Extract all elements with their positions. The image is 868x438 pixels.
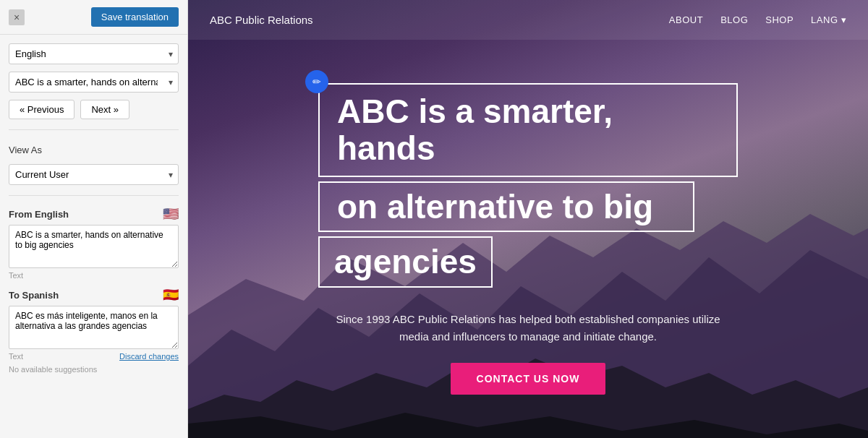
site-navigation: ABC Public Relations ABOUT BLOG SHOP LAN… bbox=[188, 0, 868, 40]
headline-line-3: agencies bbox=[334, 243, 477, 280]
save-translation-button[interactable]: Save translation bbox=[91, 7, 179, 27]
nav-lang[interactable]: LANG ▾ bbox=[811, 14, 846, 25]
from-title: From English bbox=[9, 209, 69, 220]
next-button[interactable]: Next » bbox=[80, 100, 129, 119]
to-title: To Spanish bbox=[9, 290, 59, 301]
to-flag-icon: 🇪🇸 bbox=[163, 287, 179, 303]
from-field-meta: Text bbox=[9, 271, 179, 280]
translation-panel: × Save translation English ABC is a smar… bbox=[0, 0, 188, 438]
nav-shop[interactable]: SHOP bbox=[765, 14, 793, 25]
headline-line-2: on alternative to big bbox=[337, 188, 653, 226]
to-section: To Spanish 🇪🇸 ABC es más inteligente, ma… bbox=[9, 287, 179, 374]
previous-button[interactable]: « Previous bbox=[9, 100, 75, 119]
headline-box-2: on alternative to big bbox=[318, 181, 694, 233]
view-as-label: View As bbox=[9, 145, 179, 155]
from-text-area[interactable]: ABC is a smarter, hands on alternative t… bbox=[9, 225, 179, 268]
discard-changes-link[interactable]: Discard changes bbox=[119, 352, 179, 361]
headline-box-1: ABC is a smarter, hands bbox=[318, 83, 738, 176]
nav-lang-label: LANG bbox=[811, 14, 838, 25]
chevron-down-icon: ▾ bbox=[841, 14, 847, 25]
nav-blog[interactable]: BLOG bbox=[720, 14, 748, 25]
nav-links: ABOUT BLOG SHOP LANG ▾ bbox=[669, 14, 846, 25]
view-as-select[interactable]: Current User bbox=[9, 164, 179, 185]
close-button[interactable]: × bbox=[9, 9, 25, 25]
suggestions-text: No available suggestions bbox=[9, 365, 179, 374]
language-select[interactable]: English bbox=[9, 43, 179, 64]
site-main-content: ✏ ABC is a smarter, hands on alternative… bbox=[188, 40, 868, 438]
string-select[interactable]: ABC is a smarter, hands on alternative t… bbox=[9, 72, 179, 93]
headline-box-3: agencies bbox=[318, 236, 493, 288]
headline-line-1: ABC is a smarter, hands bbox=[337, 93, 613, 167]
to-text-area[interactable]: ABC es más inteligente, manos en la alte… bbox=[9, 306, 179, 349]
language-select-wrapper: English bbox=[9, 43, 179, 64]
divider-1 bbox=[9, 129, 179, 130]
from-section: From English 🇺🇸 ABC is a smarter, hands … bbox=[9, 206, 179, 280]
site-logo: ABC Public Relations bbox=[210, 14, 669, 26]
from-flag-icon: 🇺🇸 bbox=[163, 206, 179, 222]
contact-us-button[interactable]: CONTACT US NOW bbox=[451, 363, 606, 395]
panel-header: × Save translation bbox=[0, 0, 187, 35]
to-section-header: To Spanish 🇪🇸 bbox=[9, 287, 179, 303]
nav-buttons-group: « Previous Next » bbox=[9, 100, 179, 119]
nav-about[interactable]: ABOUT bbox=[669, 14, 703, 25]
panel-body: English ABC is a smarter, hands on alter… bbox=[0, 35, 187, 382]
headline-area: ✏ ABC is a smarter, hands on alternative… bbox=[318, 83, 738, 299]
divider-2 bbox=[9, 195, 179, 196]
website-preview: ABC Public Relations ABOUT BLOG SHOP LAN… bbox=[188, 0, 868, 438]
string-select-wrapper: ABC is a smarter, hands on alternative t… bbox=[9, 72, 179, 93]
view-as-select-wrapper: Current User bbox=[9, 164, 179, 185]
to-field-meta: Text bbox=[9, 352, 23, 361]
from-section-header: From English 🇺🇸 bbox=[9, 206, 179, 222]
site-subtext: Since 1993 ABC Public Relations has help… bbox=[326, 311, 731, 345]
